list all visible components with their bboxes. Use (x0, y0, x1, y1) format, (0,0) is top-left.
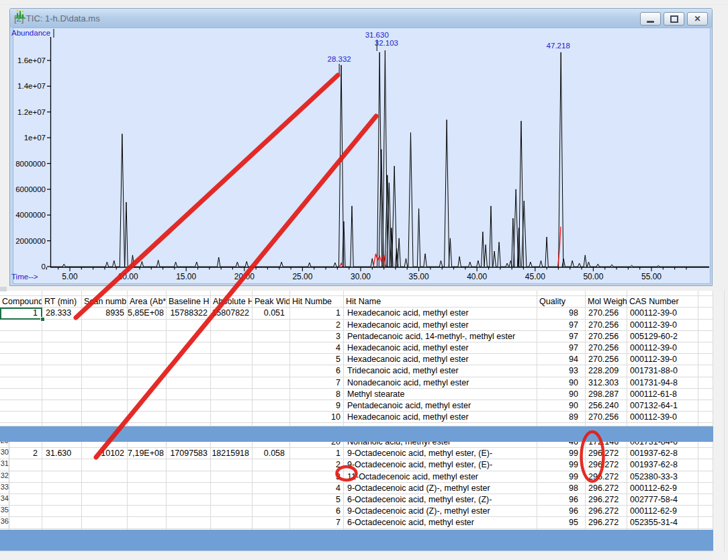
cell-name[interactable]: 9-Octadecenoic acid (Z)-, methyl ester (344, 506, 537, 516)
cell-mw[interactable]: 256.240 (586, 400, 627, 411)
cell-area[interactable] (128, 342, 167, 353)
cell-name[interactable]: 9-Octadecenoic acid (Z)-, methyl ester (344, 483, 537, 494)
cell-filler[interactable] (698, 483, 713, 494)
cell-baseline[interactable] (167, 389, 211, 400)
cell-q[interactable]: Quality (537, 296, 586, 307)
cell-area[interactable] (128, 494, 167, 505)
cell-compound[interactable] (0, 423, 42, 426)
hit-row[interactable]: 49-Octadecenoic acid (Z)-, methyl ester9… (0, 483, 713, 494)
cell-n[interactable]: 7 (290, 517, 344, 528)
cell-baseline[interactable] (167, 423, 211, 426)
cell-name[interactable]: 6-Octadecenoic acid, methyl ester, (Z)- (344, 494, 537, 505)
blue-band-row[interactable] (0, 426, 713, 442)
cell-baseline[interactable] (167, 365, 211, 376)
cell-q[interactable] (537, 291, 586, 295)
cell-peak_width[interactable] (253, 494, 290, 505)
hit-row[interactable]: 4Hexadecanoic acid, methyl ester97270.25… (0, 342, 713, 354)
cell-peak_width[interactable] (253, 506, 290, 516)
minimize-button[interactable] (640, 12, 661, 26)
cell-baseline[interactable] (167, 400, 211, 411)
cell-filler[interactable] (698, 412, 713, 422)
cell-scan[interactable] (82, 459, 128, 470)
cell-cas[interactable]: 000112-39-0 (627, 412, 698, 422)
cell-q[interactable]: 99 (537, 448, 586, 459)
hit-row[interactable]: 29-Octadecenoic acid, methyl ester, (E)-… (0, 459, 713, 471)
row-number[interactable]: 36 (0, 517, 9, 528)
cell-cas[interactable]: 000112-39-0 (627, 320, 698, 330)
cell-baseline[interactable] (167, 517, 211, 528)
cell-mw[interactable]: 296.272 (586, 517, 627, 528)
chromatogram-plot-area[interactable] (13, 28, 711, 284)
cell-compound[interactable] (0, 400, 42, 411)
cell-mw[interactable]: 228.209 (586, 365, 627, 376)
cell-area[interactable] (128, 471, 167, 482)
cell-rt[interactable]: 28.333 (42, 308, 82, 318)
hit-row[interactable]: 76-Octadecenoic acid, methyl ester95296.… (0, 517, 713, 528)
hit-row[interactable]: 10Hexadecanoic acid, methyl ester89270.2… (0, 412, 713, 423)
selected-cell-outline[interactable] (0, 308, 42, 319)
cell-peak_width[interactable]: Peak Widt (253, 296, 290, 307)
cell-n[interactable]: 2 (290, 320, 344, 330)
cell-peak_width[interactable] (253, 377, 290, 388)
cell-q[interactable]: 97 (537, 342, 586, 353)
cell-filler[interactable] (698, 389, 713, 400)
cell-scan[interactable] (82, 412, 128, 422)
cell-cas[interactable] (627, 291, 698, 295)
hit-row[interactable]: 9Pentadecanoic acid, methyl ester90256.2… (0, 400, 713, 412)
cell-filler[interactable] (698, 506, 713, 516)
cell-area[interactable] (128, 400, 167, 411)
cell-scan[interactable] (82, 494, 128, 505)
cell-scan[interactable] (82, 354, 128, 365)
cell-area[interactable]: Area (Ab*s (128, 296, 167, 307)
cell-absolute[interactable] (211, 471, 253, 482)
cell-name[interactable]: Hexadecanoic acid, methyl ester (344, 412, 537, 422)
cell-mw[interactable]: 296.272 (586, 506, 627, 516)
cell-n[interactable]: 3 (290, 471, 344, 482)
cell-q[interactable] (537, 423, 586, 426)
cell-peak_width[interactable] (253, 365, 290, 376)
cell-n[interactable]: 5 (290, 494, 344, 505)
close-button[interactable]: ✕ (687, 12, 708, 26)
cell-mw[interactable]: 270.256 (586, 342, 627, 353)
cell-baseline[interactable] (167, 377, 211, 388)
cell-scan[interactable] (82, 320, 128, 330)
cell-baseline[interactable] (167, 331, 211, 342)
cell-cas[interactable]: 000112-39-0 (627, 354, 698, 365)
cell-peak_width[interactable] (253, 517, 290, 528)
cell-absolute[interactable] (211, 400, 253, 411)
cell-compound[interactable] (0, 412, 42, 422)
cell-baseline[interactable]: 15788322 (167, 308, 211, 318)
cell-peak_width[interactable]: 0.051 (253, 308, 290, 318)
row-number[interactable]: 33 (0, 483, 9, 494)
cell-baseline[interactable] (167, 354, 211, 365)
cell-area[interactable] (128, 365, 167, 376)
cell-rt[interactable] (42, 400, 82, 411)
cell-rt[interactable] (42, 412, 82, 422)
cell-cas[interactable]: 000112-62-9 (627, 506, 698, 516)
partial-row[interactable] (0, 291, 713, 296)
cell-baseline[interactable] (167, 471, 211, 482)
cell-scan[interactable]: 10102 (82, 448, 128, 459)
cell-q[interactable]: 90 (537, 389, 586, 400)
cell-baseline[interactable] (167, 494, 211, 505)
cell-cas[interactable]: 005129-60-2 (627, 331, 698, 342)
cell-filler[interactable] (698, 459, 713, 470)
hit-row[interactable]: 128.33389355,85E+0815788322158078220.051… (0, 308, 713, 319)
cell-baseline[interactable]: Baseline H (167, 296, 211, 307)
cell-peak_width[interactable] (253, 400, 290, 411)
cell-n[interactable]: 1 (290, 448, 344, 459)
cell-filler[interactable] (698, 377, 713, 388)
cell-area[interactable] (128, 459, 167, 470)
cell-compound[interactable] (0, 365, 42, 376)
cell-absolute[interactable] (211, 342, 253, 353)
cell-q[interactable]: 90 (537, 400, 586, 411)
cell-rt[interactable] (42, 342, 82, 353)
hit-row[interactable]: 2Hexadecanoic acid, methyl ester97270.25… (0, 320, 713, 331)
cell-peak_width[interactable] (253, 471, 290, 482)
cell-absolute[interactable] (211, 389, 253, 400)
cell-area[interactable] (128, 291, 167, 295)
cell-q[interactable]: 90 (537, 377, 586, 388)
cell-q[interactable]: 97 (537, 331, 586, 342)
cell-peak_width[interactable] (253, 483, 290, 494)
cell-scan[interactable] (82, 389, 128, 400)
